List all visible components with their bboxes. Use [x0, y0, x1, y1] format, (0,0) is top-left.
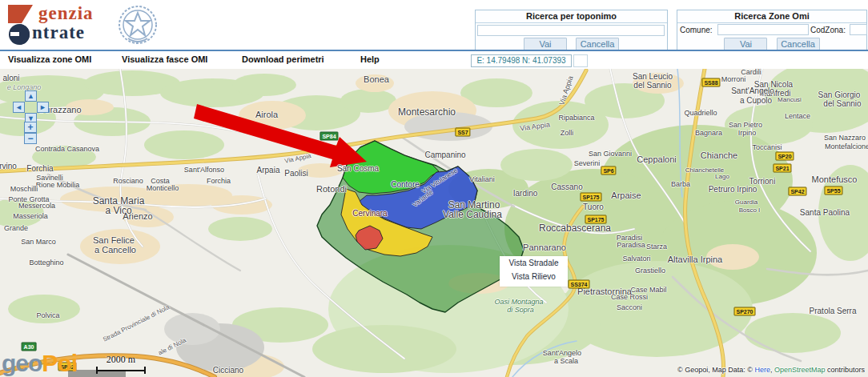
- road-sign-ss374: SS374: [568, 280, 589, 289]
- logo-mark-icon: [6, 2, 35, 46]
- map-canvas[interactable]: [0, 69, 868, 377]
- map-attribution: © Geopoi, Map Data: © Here, OpenStreetMa…: [677, 366, 865, 374]
- omi-map-application: genzia ntrate Ricerca per toponimo Vai C…: [0, 0, 868, 377]
- road-sign-sp175: SP175: [585, 215, 606, 224]
- road-sign-ss7: SS7: [455, 128, 470, 137]
- menu-item-help[interactable]: Help: [360, 54, 380, 64]
- cursor-coordinates: E: 14.79498 N: 41.07393: [471, 54, 572, 67]
- road-sign-sp20: SP20: [775, 152, 794, 161]
- view-toggle-panel: Vista Stradale Vista Rilievo: [500, 256, 568, 287]
- road-sign-sp55: SP55: [824, 186, 842, 195]
- comune-input[interactable]: [717, 24, 809, 35]
- zoom-in-button[interactable]: +: [24, 122, 37, 133]
- zone-cancella-button[interactable]: Cancella: [777, 38, 820, 50]
- road-sign-sp175: SP175: [580, 193, 601, 202]
- menu-item-download-perimetri[interactable]: Download perimetri: [242, 54, 324, 64]
- pan-left-button[interactable]: ◄: [13, 102, 25, 113]
- openstreetmap-link[interactable]: OpenStreetMap: [774, 366, 826, 374]
- road-sign-ss88: SS88: [701, 78, 720, 87]
- menu-item-visualizza-zone-omi[interactable]: Visualizza zone OMI: [8, 54, 91, 64]
- search-toponym-panel: Ricerca per toponimo Vai Cancella: [475, 10, 668, 51]
- header: genzia ntrate Ricerca per toponimo Vai C…: [0, 0, 868, 50]
- toponym-vai-button[interactable]: Vai: [524, 38, 567, 50]
- codzona-input[interactable]: [850, 24, 867, 35]
- menu-item-visualizza-fasce-omi[interactable]: Visualizza fasce OMI: [122, 54, 207, 64]
- here-link[interactable]: Here: [754, 366, 770, 374]
- search-toponym-title: Ricerca per toponimo: [476, 10, 667, 23]
- road-sign-sp42: SP42: [788, 187, 806, 196]
- coordinates-aux-box: [573, 54, 588, 67]
- comune-label: Comune:: [680, 26, 713, 34]
- toponym-cancella-button[interactable]: Cancella: [576, 38, 619, 50]
- zone-vai-button[interactable]: Vai: [724, 38, 767, 50]
- logo-text-agenzia: genzia: [38, 3, 94, 24]
- zoom-out-button[interactable]: −: [24, 133, 37, 144]
- toponym-input[interactable]: [477, 25, 665, 36]
- search-zone-title: Ricerca Zone Omi: [677, 10, 866, 23]
- agenzia-entrate-logo: genzia ntrate: [6, 2, 175, 48]
- road-sign-a30: A30: [22, 343, 37, 351]
- menu-bar: Visualizza zone OMIVisualizza fasce OMID…: [0, 50, 868, 71]
- vista-rilievo-button[interactable]: Vista Rilievo: [500, 270, 568, 283]
- road-sign-sp92: SP92: [58, 363, 76, 371]
- road-sign-sp6: SP6: [601, 166, 616, 175]
- logo-text-entrate: ntrate: [32, 22, 85, 43]
- search-zone-omi-panel: Ricerca Zone Omi Comune: CodZona: Vai Ca…: [677, 10, 867, 51]
- road-sign-sp84: SP84: [319, 132, 338, 141]
- pan-right-button[interactable]: ►: [37, 102, 49, 113]
- pan-up-button[interactable]: ▲: [25, 90, 37, 102]
- map-viewport[interactable]: alonie LonganoDurazzanoContrada Casanova…: [0, 69, 868, 377]
- italy-emblem-icon: [117, 3, 159, 48]
- road-sign-sp270: SP270: [733, 307, 755, 316]
- codzona-label: CodZona:: [810, 26, 846, 34]
- road-sign-sp21: SP21: [773, 164, 791, 173]
- vista-stradale-button[interactable]: Vista Stradale: [500, 256, 568, 270]
